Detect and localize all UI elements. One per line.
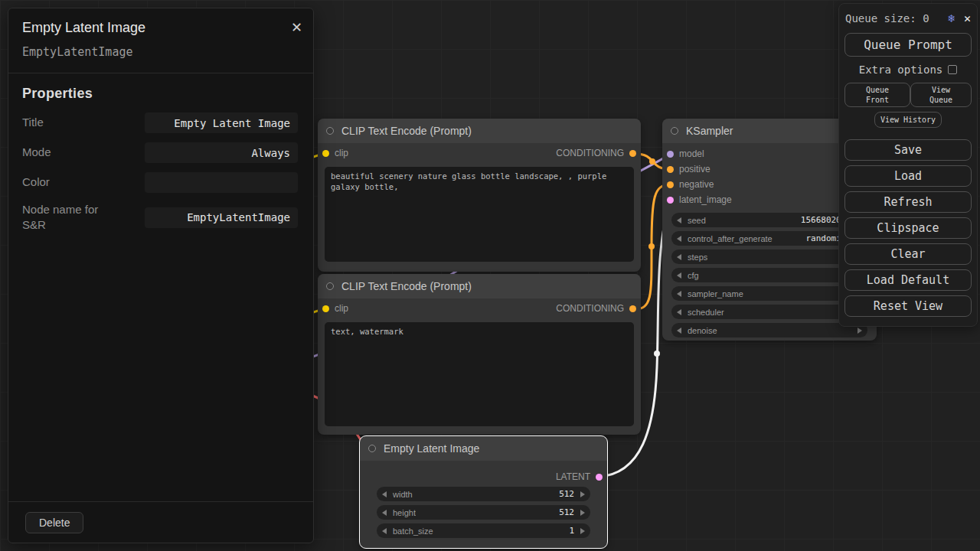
mode-input[interactable]: Always: [145, 142, 298, 163]
view-queue-button[interactable]: View Queue: [910, 83, 972, 107]
load-button[interactable]: Load: [844, 165, 972, 187]
decrement-arrow-icon[interactable]: [677, 254, 681, 260]
decrement-arrow-icon[interactable]: [677, 309, 681, 315]
queue-size-label: Queue size:: [845, 12, 916, 24]
collapse-dot-icon[interactable]: [671, 127, 678, 135]
view-history-button[interactable]: View History: [874, 112, 942, 128]
queue-size-count: 0: [923, 12, 929, 24]
model-input-port-icon[interactable]: [667, 151, 674, 158]
input-slot-label: negative: [679, 179, 714, 190]
input-slot-label: clip: [335, 303, 348, 314]
increment-arrow-icon[interactable]: [858, 328, 862, 334]
clear-button[interactable]: Clear: [844, 243, 972, 265]
field-label: Mode: [22, 145, 122, 160]
decrement-arrow-icon[interactable]: [677, 217, 681, 223]
decrement-arrow-icon[interactable]: [677, 328, 681, 334]
increment-arrow-icon[interactable]: [580, 510, 585, 516]
queue-prompt-button[interactable]: Queue Prompt: [844, 33, 972, 57]
input-slot-label: latent_image: [679, 194, 732, 205]
widget-width[interactable]: width 512: [377, 487, 590, 501]
field-title: Title Empty Latent Image: [22, 112, 298, 133]
field-node-name-snr: Node name for S&R EmptyLatentImage: [22, 202, 298, 233]
panel-title: Empty Latent Image ✕: [8, 8, 313, 42]
field-label: Title: [22, 115, 122, 130]
menu-header[interactable]: Queue size: 0 ❄ ✕: [844, 8, 972, 33]
load-default-button[interactable]: Load Default: [844, 269, 972, 291]
color-input[interactable]: [145, 172, 298, 193]
input-slot-label: positive: [679, 164, 710, 174]
conditioning-output-port-icon[interactable]: [629, 150, 636, 157]
collapse-dot-icon[interactable]: [326, 282, 334, 290]
node-title-bar[interactable]: CLIP Text Encode (Prompt): [318, 274, 641, 298]
positive-prompt-textarea[interactable]: beautiful scenery nature glass bottle la…: [325, 167, 634, 262]
title-input[interactable]: Empty Latent Image: [145, 112, 298, 133]
extra-options-label: Extra options: [859, 64, 943, 76]
widget-denoise[interactable]: denoise: [671, 323, 867, 337]
node-clip-text-encode-positive[interactable]: CLIP Text Encode (Prompt) clip CONDITION…: [318, 119, 641, 272]
panel-footer: Delete: [8, 501, 313, 543]
snr-name-input[interactable]: EmptyLatentImage: [145, 207, 298, 228]
comfyui-canvas[interactable]: { "panel": { "title": "Empty Latent Imag…: [0, 0, 980, 551]
collapse-dot-icon[interactable]: [326, 127, 334, 135]
refresh-button[interactable]: Refresh: [844, 191, 972, 213]
widget-batch-size[interactable]: batch_size 1: [377, 523, 590, 538]
input-slot-label: model: [679, 148, 704, 159]
link-midpoint-dot-icon: [648, 243, 655, 249]
extra-options-row: Extra options: [844, 64, 972, 76]
decrement-arrow-icon[interactable]: [382, 528, 387, 534]
link-midpoint-dot-icon: [654, 350, 660, 357]
node-type-name: EmptyLatentImage: [8, 42, 313, 73]
queue-front-button[interactable]: Queue Front: [844, 83, 910, 107]
field-label: Node name for S&R: [22, 202, 122, 233]
positive-input-port-icon[interactable]: [667, 166, 674, 173]
properties-panel: Empty Latent Image ✕ EmptyLatentImage Pr…: [8, 8, 314, 543]
delete-button[interactable]: Delete: [25, 512, 83, 533]
node-title: Empty Latent Image: [384, 442, 479, 455]
settings-snowflake-icon[interactable]: ❄: [948, 11, 955, 25]
negative-input-port-icon[interactable]: [667, 181, 674, 188]
latent-input-port-icon[interactable]: [667, 197, 674, 204]
node-empty-latent-image[interactable]: Empty Latent Image LATENT width 512 heig…: [360, 436, 607, 548]
queue-size-text: Queue size: 0: [845, 12, 948, 24]
node-title: CLIP Text Encode (Prompt): [341, 280, 472, 292]
output-slot-label: CONDITIONING: [556, 148, 624, 158]
conditioning-output-port-icon[interactable]: [629, 305, 636, 312]
node-title-bar[interactable]: CLIP Text Encode (Prompt): [318, 119, 641, 143]
close-icon[interactable]: ✕: [291, 19, 302, 36]
clip-input-port-icon[interactable]: [322, 305, 329, 312]
field-mode: Mode Always: [22, 142, 298, 163]
output-slot-label: CONDITIONING: [556, 303, 624, 314]
properties-section-heading: Properties: [22, 86, 299, 102]
decrement-arrow-icon[interactable]: [677, 291, 681, 297]
increment-arrow-icon[interactable]: [580, 528, 585, 534]
decrement-arrow-icon[interactable]: [677, 236, 681, 242]
clipspace-button[interactable]: Clipspace: [844, 217, 972, 239]
input-slot-label: clip: [335, 148, 348, 158]
latent-output-port-icon[interactable]: [596, 474, 603, 481]
node-title-bar[interactable]: Empty Latent Image: [360, 436, 607, 461]
save-button[interactable]: Save: [844, 139, 972, 161]
field-color: Color: [22, 172, 298, 193]
link-midpoint-dot-icon: [649, 158, 655, 165]
comfy-menu: Queue size: 0 ❄ ✕ Queue Prompt Extra opt…: [838, 3, 978, 327]
extra-options-checkbox[interactable]: [948, 65, 957, 74]
widget-height[interactable]: height 512: [377, 505, 590, 520]
collapse-dot-icon[interactable]: [368, 445, 376, 452]
reset-view-button[interactable]: Reset View: [844, 295, 972, 317]
close-icon[interactable]: ✕: [964, 11, 971, 25]
decrement-arrow-icon[interactable]: [677, 272, 681, 279]
decrement-arrow-icon[interactable]: [382, 510, 387, 516]
decrement-arrow-icon[interactable]: [382, 491, 387, 497]
node-title: KSampler: [686, 125, 733, 137]
node-title: CLIP Text Encode (Prompt): [341, 125, 472, 137]
negative-prompt-textarea[interactable]: text, watermark: [325, 322, 634, 426]
node-clip-text-encode-negative[interactable]: CLIP Text Encode (Prompt) clip CONDITION…: [318, 274, 641, 435]
field-label: Color: [22, 174, 122, 190]
clip-input-port-icon[interactable]: [322, 150, 329, 157]
panel-title-text: Empty Latent Image: [22, 20, 145, 35]
increment-arrow-icon[interactable]: [580, 491, 585, 497]
output-slot-label: LATENT: [556, 471, 590, 482]
